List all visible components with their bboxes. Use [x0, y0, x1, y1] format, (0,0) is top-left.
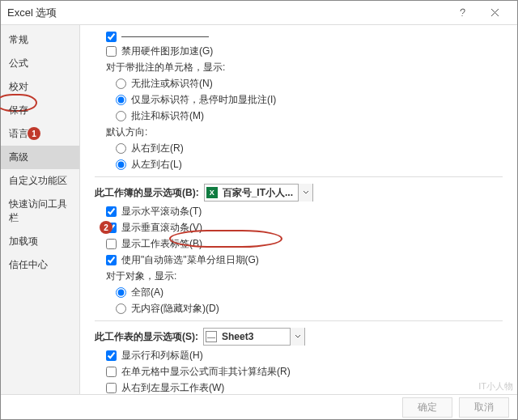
- radio-obj-none[interactable]: [116, 303, 126, 314]
- close-button[interactable]: [478, 2, 511, 24]
- sidebar-item-save[interactable]: 保存: [1, 99, 79, 122]
- workbook-display-header: 此工作簿的显示选项(B): X百家号_IT小人...: [95, 184, 503, 202]
- chk-hscroll[interactable]: [106, 206, 117, 217]
- footer: 确定 取消: [1, 394, 517, 420]
- sheet-display-header: 此工作表的显示选项(S): Sheet3: [95, 328, 503, 346]
- comment-header: 对于带批注的单元格，显示:: [106, 61, 503, 74]
- chk-group-dates[interactable]: [106, 255, 117, 265]
- sidebar-item-language[interactable]: 语言1: [1, 122, 79, 146]
- excel-icon: X: [206, 187, 218, 198]
- help-button[interactable]: [446, 2, 478, 24]
- sidebar: 常规 公式 校对 保存 语言1 高级 自定义功能区 快速访问工具栏 加载项 信任…: [1, 25, 80, 394]
- chk-row-col-headers[interactable]: [106, 350, 117, 361]
- objects-header: 对于对象，显示:: [106, 269, 503, 283]
- sidebar-item-addins[interactable]: 加载项: [1, 230, 79, 253]
- sidebar-item-quick-access[interactable]: 快速访问工具栏: [1, 193, 79, 230]
- sheet-dropdown[interactable]: Sheet3: [203, 328, 305, 346]
- main-panel: ————————— 禁用硬件图形加速(G) 对于带批注的单元格，显示: 无批注或…: [80, 25, 517, 394]
- sidebar-item-formulas[interactable]: 公式: [1, 52, 79, 75]
- workbook-dropdown[interactable]: X百家号_IT小人...: [204, 184, 313, 202]
- radio-ltr[interactable]: [116, 159, 126, 170]
- chk-disable-hw[interactable]: [106, 46, 117, 57]
- chk-rtl-sheet[interactable]: [106, 383, 117, 393]
- chk-show-formulas[interactable]: [106, 367, 117, 377]
- radio-obj-all[interactable]: [116, 287, 126, 298]
- radio-comment-indicator[interactable]: [116, 111, 126, 121]
- annotation-badge-1: 1: [28, 127, 40, 140]
- cancel-button[interactable]: 取消: [459, 397, 509, 418]
- chevron-down-icon: [298, 184, 312, 202]
- sheet-icon: [206, 331, 217, 342]
- ok-button[interactable]: 确定: [402, 397, 452, 418]
- chk-partial-top[interactable]: [106, 32, 117, 42]
- direction-header: 默认方向:: [106, 125, 503, 139]
- sidebar-item-general[interactable]: 常规: [1, 28, 79, 52]
- window-title: Excel 选项: [7, 6, 446, 20]
- annotation-badge-2: 2: [100, 221, 113, 234]
- sidebar-item-trust-center[interactable]: 信任中心: [1, 253, 79, 277]
- sidebar-item-advanced[interactable]: 高级: [1, 146, 79, 169]
- titlebar: Excel 选项: [1, 1, 517, 25]
- sidebar-item-proofing[interactable]: 校对: [1, 75, 79, 99]
- radio-indicator-only[interactable]: [116, 95, 126, 105]
- radio-no-comment[interactable]: [116, 78, 126, 89]
- radio-rtl[interactable]: [116, 143, 126, 154]
- chk-sheet-tabs[interactable]: [106, 239, 117, 249]
- sidebar-item-customize-ribbon[interactable]: 自定义功能区: [1, 169, 79, 193]
- chevron-down-icon: [290, 328, 304, 346]
